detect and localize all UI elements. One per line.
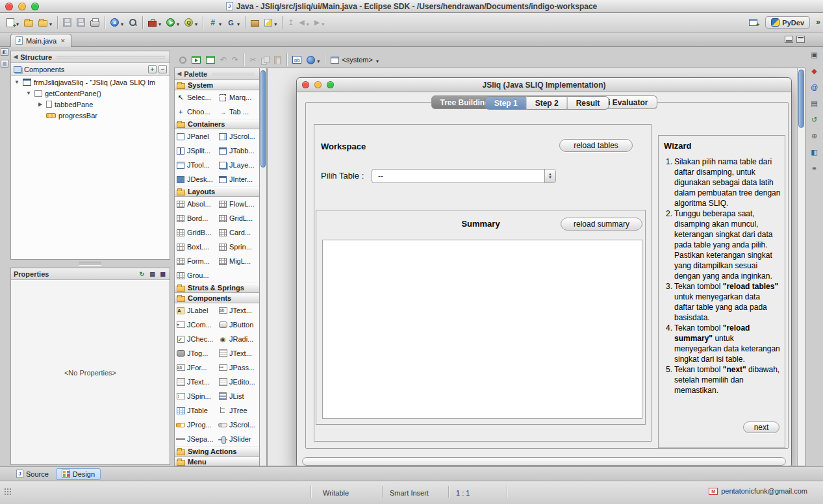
palette-item-gridbaglayout[interactable]: GridB... [175,225,217,240]
back-button[interactable]: ◀ [296,15,311,31]
minimized-view-icon[interactable]: ◧ [1,48,8,56]
tab-step-2[interactable]: Step 2 [527,96,568,110]
palette-item-jcheckbox[interactable]: JChec... [175,332,217,346]
test-window-button[interactable] [189,52,203,68]
palette-category-layouts[interactable]: Layouts [175,186,259,197]
save-button[interactable] [60,15,74,31]
show-categories-icon[interactable]: ▤ [148,270,157,278]
drag-grip[interactable] [212,73,255,75]
palette-category-swing-actions[interactable]: Swing Actions [175,446,259,457]
palette-item-jinternalframe[interactable]: JInter... [217,172,259,186]
coverage-button[interactable] [182,15,200,31]
palette-item-jsplitpane[interactable]: JSplit... [175,144,217,158]
palette-category-menu[interactable]: Menu [175,457,259,466]
run-button[interactable] [164,15,182,31]
preview-window-button[interactable] [203,52,218,68]
palette-header[interactable]: ◀ Palette [175,68,259,80]
palette-item-jdesktoppane[interactable]: JDesk... [175,172,217,186]
problems-view-icon[interactable]: ◆ [809,66,820,76]
palette-item-jtogglebutton[interactable]: JTog... [175,346,217,360]
javadoc-view-icon[interactable]: @ [809,82,820,92]
palette-item-jtextfield[interactable]: JText... [217,303,259,318]
palette-item-jtextpane[interactable]: JText... [175,375,217,389]
properties-header[interactable]: Properties ↻ ▤ ▦ [11,268,170,280]
palette-item-tab-order[interactable]: Tab ... [217,105,259,119]
outline-view-icon[interactable]: ◧ [809,147,820,157]
structure-header[interactable]: ◀ Structure [11,51,170,63]
palette-item-jpanel[interactable]: JPanel [175,129,217,144]
show-advanced-icon[interactable]: ▦ [158,270,167,278]
pointer-mode-button[interactable] [177,52,189,68]
design-canvas[interactable]: JSliq (Java SLIQ Implementation) Tree Bu… [267,68,805,466]
expanded-triangle-icon[interactable]: ▼ [25,90,32,96]
palette-item-jtextarea[interactable]: JText... [217,346,259,360]
open-perspective-button[interactable] [746,15,760,31]
add-view-icon[interactable]: ⊕ [809,131,820,141]
palette-item-jscrollpane[interactable]: JScrol... [217,129,259,144]
palette-item-jscrollbar[interactable]: JScrol... [217,418,259,432]
zoom-button[interactable] [31,3,39,10]
palette-item-gridlayout[interactable]: GridL... [217,211,259,225]
panel-sash[interactable] [10,260,170,268]
open-web-browser-button[interactable] [108,15,126,31]
forward-button[interactable]: ▶ [312,15,327,31]
palette-item-jradiobutton[interactable]: JRadi... [217,332,259,346]
palette-item-borderlayout[interactable]: Bord... [175,211,217,225]
new-folder-button[interactable] [21,15,36,31]
expanded-triangle-icon[interactable]: ▼ [14,79,20,85]
tasks-view-icon[interactable]: ≡ [809,163,820,173]
external-tools-button[interactable] [146,15,164,31]
palette-item-jseparator[interactable]: JSepa... [175,432,217,446]
palette-item-jlist[interactable]: JList [217,389,259,403]
palette-item-jtabbedpane[interactable]: JTabb... [217,144,259,158]
reload-summary-button[interactable]: reload summary [561,218,642,231]
palette-item-jformattedtextfield[interactable]: JFor... [175,360,217,375]
palette-item-jpasswordfield[interactable]: JPass... [217,360,259,375]
table-select[interactable]: -- [372,169,556,183]
new-project-button[interactable] [36,15,55,31]
palette-item-jlabel[interactable]: JLabel [175,303,217,318]
collapsed-triangle-icon[interactable]: ▶ [37,101,44,107]
palette-item-jtable[interactable]: JTable [175,403,217,418]
paste-button[interactable] [272,52,284,68]
summary-textarea[interactable] [322,240,642,419]
palette-item-boxlayout[interactable]: BoxL... [175,240,217,254]
palette-item-choose-component[interactable]: Choo... [175,105,217,119]
look-and-feel-selector[interactable]: <system> [328,52,381,68]
search-button[interactable] [126,15,140,31]
close-button[interactable] [5,3,13,10]
tree-item-content-pane[interactable]: ▼ getContentPane() [11,88,170,99]
palette-item-jeditorpane[interactable]: JEdito... [217,375,259,389]
new-java-element-button[interactable] [206,15,224,31]
preview-minimize-button[interactable] [314,81,322,88]
palette-item-jcombobox[interactable]: JCom... [175,318,217,332]
palette-item-jprogressbar[interactable]: JProg... [175,418,217,432]
palette-item-miglayout[interactable]: MigL... [217,254,259,268]
preview-titlebar[interactable]: JSliq (Java SLIQ Implementation) [297,78,791,92]
palette-category-system[interactable]: System [175,80,259,90]
minimize-button[interactable] [18,3,26,10]
preview-jframe[interactable]: JSliq (Java SLIQ Implementation) Tree Bu… [296,77,792,466]
locale-button[interactable] [304,52,322,68]
palette-item-jtree[interactable]: JTree [217,403,259,418]
palette-item-selection[interactable]: Selec... [175,90,217,105]
last-edit-location-button[interactable]: ↥ [285,15,296,31]
tree-item-tabbed-pane[interactable]: ▶ tabbedPane [11,99,170,110]
collapse-palette-icon[interactable]: ◀ [177,71,181,77]
palette-item-jslider[interactable]: JSlider [217,432,259,446]
undo-button[interactable]: ↶ [218,52,229,68]
collapse-structure-icon[interactable]: ◀ [14,54,18,60]
palette-item-absolute-layout[interactable]: Absol... [175,197,217,211]
toolbar-overflow-chevron[interactable]: » [816,18,820,27]
preview-close-button[interactable] [302,81,309,88]
history-view-icon[interactable]: ↺ [809,114,820,125]
palette-item-jlayeredpane[interactable]: JLaye... [217,158,259,172]
canvas-vertical-scrollbar[interactable] [797,68,805,466]
tab-source[interactable]: Source [10,468,55,480]
editor-tab-main-java[interactable]: Main.java ✕ [10,34,71,47]
redo-button[interactable]: ↷ [229,52,241,68]
palette-item-formlayout[interactable]: Form... [175,254,217,268]
account-status[interactable]: pentatonicfunk@gmail.com [709,487,807,495]
open-type-button[interactable] [248,15,262,31]
tab-result[interactable]: Result [568,96,609,110]
